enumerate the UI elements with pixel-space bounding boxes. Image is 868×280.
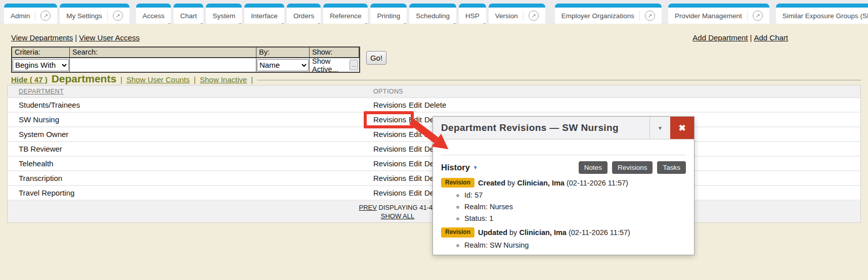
revision-action: Updated: [478, 228, 507, 237]
external-link-icon[interactable]: ↗: [747, 11, 763, 21]
notes-button[interactable]: Notes: [579, 161, 607, 174]
tab-label: Version: [495, 12, 518, 20]
view-user-access-link[interactable]: View User Access: [79, 33, 140, 42]
separator: |: [748, 33, 754, 42]
top-tab-bar: Admin ↗ My Settings ↗ Access Chart Syste…: [0, 0, 868, 24]
department-name: Transcription: [19, 174, 62, 182]
history-dropdown[interactable]: History: [441, 163, 470, 172]
edit-link[interactable]: Edit: [409, 101, 422, 109]
external-link-icon[interactable]: ↗: [639, 11, 655, 21]
department-name: SW Nursing: [19, 115, 59, 124]
header-rule: [257, 80, 861, 80]
revision-entry: Revision Created by Clinician, Ima (02-1…: [441, 178, 686, 188]
tab-my-settings[interactable]: My Settings ↗: [60, 4, 129, 24]
revisions-link[interactable]: Revisions: [373, 145, 406, 153]
go-button[interactable]: Go!: [366, 51, 386, 65]
departments-section-header: Hide ( 47 ) Departments | Show User Coun…: [11, 73, 861, 85]
show-options-button[interactable]: ...: [350, 60, 358, 70]
dialog-dropdown-button[interactable]: ▼: [649, 117, 670, 139]
revisions-link[interactable]: Revisions: [373, 101, 406, 109]
menu-corner-icon: [365, 23, 367, 24]
edit-link[interactable]: Edit: [409, 115, 422, 124]
table-header-row: DEPARTMENT OPTIONS: [8, 85, 860, 98]
separator: |: [251, 75, 253, 84]
revision-detail: Realm: Nurses: [464, 201, 686, 213]
revisions-link[interactable]: Revisions: [373, 174, 406, 182]
edit-link[interactable]: Edit: [409, 159, 422, 168]
revisions-link[interactable]: Revisions: [373, 189, 406, 197]
external-link-icon[interactable]: ↗: [35, 11, 51, 21]
edit-link[interactable]: Edit: [409, 130, 422, 138]
tab-printing[interactable]: Printing: [370, 4, 407, 24]
dialog-title-bar: Department Revisions — SW Nursing ▼ ✖: [433, 117, 694, 139]
department-name: System Owner: [19, 130, 68, 138]
show-inactive-link[interactable]: Show Inactive: [200, 75, 247, 84]
dialog-body: History ▼ Notes Revisions Tasks Revision…: [433, 139, 694, 251]
tab-provider-management[interactable]: Provider Management ↗: [668, 4, 769, 24]
edit-link[interactable]: Edit: [409, 174, 422, 182]
tab-admin[interactable]: Admin ↗: [4, 4, 57, 24]
revision-detail: Id: 57: [464, 190, 686, 201]
tab-reference[interactable]: Reference: [323, 4, 368, 24]
column-header-department[interactable]: DEPARTMENT: [19, 88, 64, 95]
revisions-link[interactable]: Revisions: [373, 159, 406, 168]
revision-entry: Revision Updated by Clinician, Ima (02-1…: [441, 227, 686, 237]
separator: |: [73, 33, 79, 42]
tab-label: My Settings: [66, 12, 102, 20]
chevron-down-icon: ▼: [473, 165, 478, 170]
hide-count-link[interactable]: Hide ( 47 ): [11, 75, 48, 84]
tab-label: Provider Management: [675, 12, 742, 20]
tab-system[interactable]: System: [206, 4, 242, 24]
revisions-button[interactable]: Revisions: [612, 161, 653, 174]
criteria-select[interactable]: Begins With: [13, 59, 69, 71]
tab-hsp[interactable]: HSP: [459, 4, 486, 24]
tab-orders[interactable]: Orders: [287, 4, 321, 24]
edit-link[interactable]: Edit: [409, 145, 422, 153]
tab-scheduling[interactable]: Scheduling: [409, 4, 456, 24]
revision-details-list: Realm: SW Nursing: [441, 240, 686, 251]
tab-label: Reference: [330, 12, 361, 20]
view-links: View Departments|View User Access: [11, 33, 140, 42]
table-row: Students/Trainees RevisionsEditDelete: [8, 98, 860, 113]
tab-similar-exposure-groups[interactable]: Similar Exposure Groups (SEGs) ↗: [776, 4, 868, 24]
tab-interface[interactable]: Interface: [244, 4, 284, 24]
displaying-text: DISPLAYING 41-47: [379, 204, 437, 211]
revision-badge: Revision: [441, 178, 474, 188]
revisions-link[interactable]: Revisions: [373, 115, 406, 124]
edit-link[interactable]: Edit: [409, 189, 422, 197]
app-screen: Admin ↗ My Settings ↗ Access Chart Syste…: [0, 0, 868, 280]
menu-corner-icon: [200, 23, 203, 24]
menu-corner-icon: [281, 23, 284, 24]
tab-label: Admin: [11, 12, 30, 20]
criteria-label: Criteria:: [12, 48, 70, 58]
menu-corner-icon: [239, 23, 241, 24]
menu-corner-icon: [168, 23, 170, 24]
view-departments-link[interactable]: View Departments: [11, 33, 73, 42]
external-link-icon[interactable]: ↗: [107, 11, 123, 21]
menu-corner-icon: [483, 23, 486, 24]
tab-label: HSP: [465, 12, 480, 20]
revisions-link[interactable]: Revisions: [373, 130, 406, 138]
prev-page-link[interactable]: PREV: [359, 204, 377, 211]
tab-chart[interactable]: Chart: [173, 4, 203, 24]
tab-employer-organizations[interactable]: Employer Organizations ↗: [555, 4, 662, 24]
department-revisions-dialog: Department Revisions — SW Nursing ▼ ✖ Hi…: [432, 116, 695, 255]
search-input[interactable]: [70, 58, 256, 72]
tab-version[interactable]: Version ↗: [489, 4, 545, 24]
add-chart-link[interactable]: Add Chart: [754, 33, 788, 42]
show-all-link[interactable]: SHOW ALL: [381, 212, 414, 220]
tasks-button[interactable]: Tasks: [657, 161, 686, 174]
by-label: by: [509, 228, 517, 237]
dialog-close-button[interactable]: ✖: [670, 117, 694, 139]
external-link-icon[interactable]: ↗: [523, 11, 539, 21]
show-user-counts-link[interactable]: Show User Counts: [126, 75, 190, 84]
tab-label: Orders: [293, 12, 314, 20]
tab-access[interactable]: Access: [136, 4, 171, 24]
menu-corner-icon: [453, 23, 456, 24]
revision-action: Created: [478, 179, 505, 187]
add-department-link[interactable]: Add Department: [692, 33, 748, 42]
delete-link[interactable]: Delete: [424, 101, 446, 109]
by-label: by: [507, 179, 515, 187]
tab-label: System: [212, 12, 235, 20]
by-select[interactable]: Name: [257, 59, 309, 71]
